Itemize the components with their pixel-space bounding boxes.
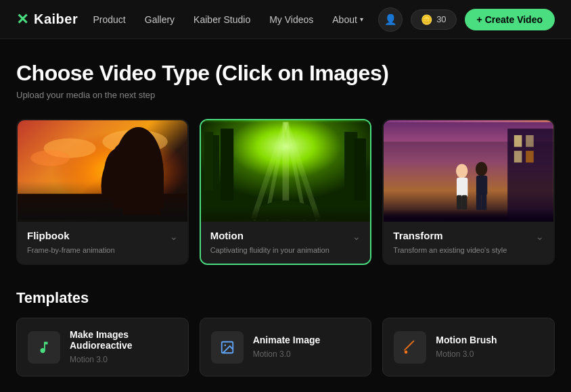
user-profile-button[interactable]: 👤	[378, 7, 403, 32]
svg-point-22	[456, 164, 467, 178]
transform-card-desc: Transform an existing video's style	[393, 246, 507, 254]
transform-card-name: Transform	[393, 230, 536, 241]
motion-card-info: Motion Captivating fluidity in your anim…	[201, 222, 371, 264]
credits-count: 30	[436, 14, 446, 24]
templates-section-title: Templates	[16, 289, 555, 307]
logo[interactable]: ✕ Kaiber	[16, 11, 78, 28]
svg-point-3	[102, 130, 167, 153]
nav-item-about[interactable]: About ▾	[332, 14, 363, 25]
navbar: ✕ Kaiber Product Gallery Kaiber Studio M…	[0, 0, 571, 39]
templates-section: Templates Make Images Audioreactive Moti…	[16, 289, 555, 376]
animate-image-text: Animate Image Motion 3.0	[253, 335, 321, 360]
motion-preview-image	[201, 120, 371, 222]
template-audioreactive[interactable]: Make Images Audioreactive Motion 3.0	[16, 318, 189, 376]
nav-links: Product Gallery Kaiber Studio My Videos …	[93, 14, 363, 26]
credits-button[interactable]: 🪙 30	[411, 9, 456, 30]
logo-icon: ✕	[16, 11, 28, 28]
transform-card-info: Transform Transform an existing video's …	[384, 222, 553, 264]
brush-icon	[394, 331, 426, 364]
flipbook-chevron-icon: ⌄	[170, 231, 178, 242]
motion-card-desc: Captivating fluidity in your animation	[210, 246, 329, 254]
page-subtitle: Upload your media on the next step	[16, 90, 555, 100]
motion-card-name: Motion	[210, 230, 353, 241]
svg-rect-11	[204, 132, 212, 191]
flipbook-card-name: Flipbook	[27, 230, 170, 241]
flipbook-card-text: Flipbook Frame-by-frame animation	[27, 230, 170, 255]
svg-rect-19	[526, 135, 534, 147]
template-animate-image[interactable]: Animate Image Motion 3.0	[200, 318, 372, 376]
audioreactive-text: Make Images Audioreactive Motion 3.0	[70, 329, 177, 365]
svg-rect-30	[384, 194, 553, 220]
video-type-transform[interactable]: Transform Transform an existing video's …	[382, 119, 555, 265]
audioreactive-sub: Motion 3.0	[70, 355, 108, 364]
chevron-down-icon: ▾	[360, 16, 363, 23]
flipbook-artwork	[18, 120, 187, 222]
animate-image-name: Animate Image	[253, 335, 321, 345]
image-svg	[220, 340, 235, 355]
svg-rect-18	[514, 135, 522, 147]
svg-rect-20	[514, 151, 522, 162]
transform-chevron-icon: ⌄	[536, 231, 544, 242]
svg-rect-14	[201, 187, 371, 220]
video-type-motion[interactable]: Motion Captivating fluidity in your anim…	[200, 119, 372, 265]
logo-text: Kaiber	[34, 11, 78, 27]
svg-point-33	[405, 350, 408, 353]
page-title: Choose Video Type (Click on Images)	[16, 61, 555, 86]
create-video-button[interactable]: + Create Video	[465, 9, 555, 30]
template-motion-brush[interactable]: Motion Brush Motion 3.0	[382, 318, 555, 376]
svg-point-2	[30, 150, 70, 166]
transform-card-text: Transform Transform an existing video's …	[393, 230, 536, 255]
video-type-flipbook[interactable]: Flipbook Frame-by-frame animation ⌄	[16, 119, 189, 265]
transform-preview-image	[384, 120, 553, 222]
animate-image-sub: Motion 3.0	[253, 349, 291, 359]
video-type-list: Flipbook Frame-by-frame animation ⌄	[16, 119, 555, 265]
flipbook-preview-image	[18, 120, 187, 222]
motion-chevron-icon: ⌄	[352, 231, 361, 242]
nav-right: 👤 🪙 30 + Create Video	[378, 7, 555, 32]
main-content: Choose Video Type (Click on Images) Uplo…	[0, 39, 571, 390]
svg-point-26	[476, 162, 487, 176]
motion-brush-name: Motion Brush	[436, 335, 497, 345]
svg-point-32	[224, 344, 226, 346]
svg-rect-27	[476, 176, 487, 195]
brush-svg	[403, 340, 417, 355]
transform-artwork	[384, 120, 553, 222]
svg-rect-21	[526, 151, 534, 162]
motion-brush-text: Motion Brush Motion 3.0	[436, 335, 497, 360]
audioreactive-name: Make Images Audioreactive	[70, 329, 177, 351]
nav-item-product[interactable]: Product	[93, 14, 126, 26]
svg-rect-7	[18, 194, 187, 220]
motion-artwork	[201, 120, 371, 222]
music-svg	[37, 340, 51, 355]
templates-grid: Make Images Audioreactive Motion 3.0 Ani…	[16, 318, 555, 376]
motion-card-text: Motion Captivating fluidity in your anim…	[210, 230, 353, 255]
motion-brush-sub: Motion 3.0	[436, 349, 474, 359]
nav-item-my-videos[interactable]: My Videos	[269, 14, 313, 26]
nav-item-gallery[interactable]: Gallery	[145, 14, 175, 26]
image-icon	[211, 331, 244, 364]
credits-icon: 🪙	[421, 14, 432, 25]
user-icon: 👤	[384, 14, 397, 26]
flipbook-card-desc: Frame-by-frame animation	[27, 246, 115, 254]
nav-item-kaiber-studio[interactable]: Kaiber Studio	[193, 14, 250, 26]
music-note-icon	[28, 331, 60, 364]
flipbook-card-info: Flipbook Frame-by-frame animation ⌄	[18, 222, 187, 264]
